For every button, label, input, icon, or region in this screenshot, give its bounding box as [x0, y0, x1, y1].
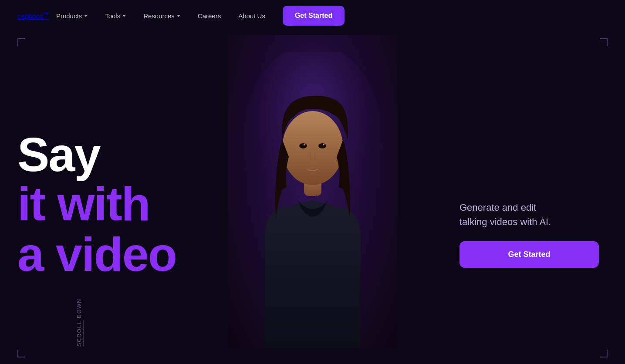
hero-line1: Say	[17, 131, 176, 179]
nav-link-products[interactable]: Products	[49, 9, 95, 23]
hero-tagline: Generate and edit talking videos with AI…	[459, 200, 599, 229]
logo[interactable]: captions™	[17, 11, 49, 20]
corner-bracket-bl	[17, 350, 25, 357]
hero-line2: it with	[17, 179, 176, 229]
nav-link-resources[interactable]: Resources	[136, 9, 187, 23]
scroll-line-decoration	[83, 320, 84, 347]
logo-tm: ™	[44, 11, 49, 17]
navigation: captions™ Products Tools Resources Caree…	[0, 0, 625, 31]
corner-bracket-br	[600, 350, 608, 357]
svg-point-2	[282, 111, 343, 185]
nav-item-about: About Us	[231, 9, 272, 23]
nav-item-products: Products	[49, 9, 95, 23]
hero-line3: a video	[17, 229, 176, 280]
nav-item-tools: Tools	[98, 9, 133, 23]
scroll-down-label: Scroll down	[76, 298, 82, 347]
nav-link-careers[interactable]: Careers	[191, 9, 228, 23]
person-silhouette	[230, 52, 395, 348]
svg-point-5	[304, 144, 305, 145]
svg-point-6	[323, 144, 324, 145]
chevron-down-icon	[122, 15, 126, 17]
nav-links: Products Tools Resources Careers About U…	[49, 9, 272, 23]
hero-right-content: Generate and edit talking videos with AI…	[459, 200, 599, 268]
hero-section: Say it with a video Generate and edit ta…	[0, 0, 625, 364]
nav-link-about[interactable]: About Us	[231, 9, 272, 23]
chevron-down-icon	[177, 15, 180, 17]
hero-cta-button[interactable]: Get Started	[459, 241, 599, 268]
corner-bracket-tr	[600, 38, 608, 46]
hero-person-image	[228, 35, 398, 348]
nav-item-careers: Careers	[191, 9, 228, 23]
nav-cta-button[interactable]: Get Started	[283, 6, 345, 26]
hero-headline: Say it with a video	[17, 131, 176, 279]
person-background	[228, 35, 398, 348]
chevron-down-icon	[84, 15, 88, 17]
svg-point-3	[299, 143, 307, 148]
nav-link-tools[interactable]: Tools	[98, 9, 133, 23]
corner-bracket-tl	[17, 38, 25, 46]
logo-text: captions	[17, 13, 44, 20]
svg-point-4	[318, 143, 326, 148]
nav-item-resources: Resources	[136, 9, 187, 23]
